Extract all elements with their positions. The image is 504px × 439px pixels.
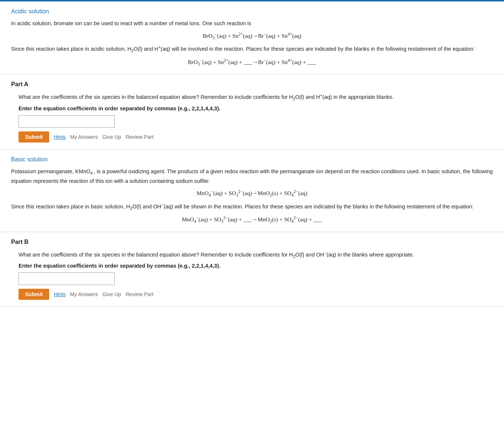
acidic-title: Acidic solution — [11, 8, 493, 15]
basic-intro: Potassium permanganate, KMnO4 , is a pow… — [11, 167, 493, 186]
part-b-instruction: Enter the equation coefficients in order… — [19, 263, 493, 269]
part-a-review-part-link[interactable]: Review Part — [125, 134, 153, 140]
acidic-reaction2: BrO3−(aq) + Sn2+(aq) + ___→Br−(aq) + Sn4… — [11, 58, 493, 67]
part-b-submit-button[interactable]: Submit — [19, 289, 49, 300]
part-a-my-answers-link[interactable]: My Answers — [70, 134, 98, 140]
acidic-intro: In acidic solution, bromate ion can be u… — [11, 19, 493, 28]
part-b-question: What are the coefficients of the six spe… — [19, 250, 493, 260]
basic-section: Basic solution Potassium permanganate, K… — [0, 150, 504, 232]
part-a-give-up-link[interactable]: Give Up — [103, 134, 121, 140]
part-a-hints-link[interactable]: Hints — [54, 134, 65, 140]
part-b-actions: Submit Hints My Answers Give Up Review P… — [19, 289, 493, 300]
acidic-section: Acidic solution In acidic solution, brom… — [0, 1, 504, 74]
part-b-body: What are the coefficients of the six spe… — [11, 250, 493, 300]
part-a-actions: Submit Hints My Answers Give Up Review P… — [19, 131, 493, 143]
part-a-section: Part A What are the coefficients of the … — [0, 74, 504, 150]
part-b-title: Part B — [11, 239, 493, 245]
basic-continuation: Since this reaction takes place in basic… — [11, 202, 493, 212]
part-a-question: What are the coefficients of the six spe… — [19, 92, 493, 103]
part-b-my-answers-link[interactable]: My Answers — [70, 291, 98, 297]
part-b-review-part-link[interactable]: Review Part — [125, 291, 153, 297]
part-b-give-up-link[interactable]: Give Up — [103, 291, 121, 297]
part-b-hints-link[interactable]: Hints — [54, 291, 65, 297]
part-a-body: What are the coefficients of the six spe… — [11, 92, 493, 143]
basic-reaction2: MnO4−(aq) + SO32−(aq) + ___→MnO2(s) + SO… — [11, 215, 493, 224]
part-a-input[interactable] — [19, 115, 115, 128]
basic-title: Basic solution — [11, 156, 493, 163]
part-a-submit-button[interactable]: Submit — [19, 131, 49, 143]
basic-reaction1: MnO4−(aq) + SO32−(aq)→MnO2(s) + SO42−(aq… — [11, 189, 493, 198]
part-a-instruction: Enter the equation coefficients in order… — [19, 105, 493, 111]
part-a-title: Part A — [11, 81, 493, 88]
part-b-section: Part B What are the coefficients of the … — [0, 232, 504, 307]
part-b-input[interactable] — [19, 272, 115, 285]
acidic-continuation: Since this reaction takes place in acidi… — [11, 44, 493, 54]
acidic-reaction1: BrO3−(aq) + Sn2+(aq)→Br−(aq) + Sn4+(aq) — [11, 32, 493, 40]
